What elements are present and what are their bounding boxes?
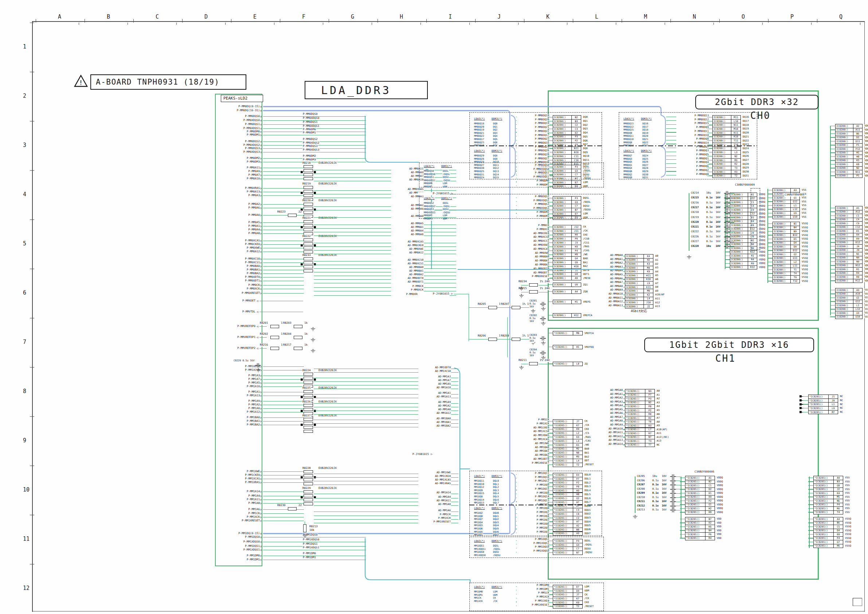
pin-signal: VDDQ bbox=[864, 210, 868, 213]
resistor-ref: R8230 bbox=[277, 504, 286, 507]
pin-signal: VDD bbox=[864, 132, 868, 135]
wire bbox=[830, 152, 835, 153]
port-icon: ▷ bbox=[260, 423, 262, 427]
pin-signal: A9 bbox=[656, 424, 660, 427]
wire bbox=[725, 267, 730, 267]
pin-signal: VSS bbox=[801, 188, 807, 191]
port-label: P-MM1A14 bbox=[227, 490, 260, 493]
resistor-value: 1k bbox=[304, 333, 308, 336]
net-label: P-MM1XCK bbox=[517, 422, 550, 425]
rnet-body bbox=[304, 266, 313, 268]
net-label: AD-MM0XCS1 bbox=[517, 239, 550, 242]
port-label: P-MM0DQ(16-31) bbox=[227, 109, 260, 112]
pin-signal: /CAS bbox=[584, 439, 591, 442]
net-label: AD-MM0XCS0 bbox=[391, 258, 424, 261]
net-label: AD-MM1XCS0 bbox=[418, 370, 451, 373]
port-icon: ▷ bbox=[260, 374, 262, 378]
resistor-value: 1k bbox=[304, 344, 308, 347]
pin-signal: VDDQ bbox=[864, 260, 868, 263]
wire bbox=[767, 197, 772, 198]
capacitor-value: 0.1u bbox=[706, 201, 713, 204]
port-label: P-MMXDET bbox=[227, 299, 256, 303]
port-label: P-MM0CK bbox=[227, 284, 260, 287]
port-icon: ▷ bbox=[260, 385, 262, 388]
pin-signal: ODT1 bbox=[583, 273, 590, 276]
rnet-body bbox=[304, 242, 313, 246]
pin-signal: VDD bbox=[864, 155, 868, 158]
wire bbox=[548, 347, 553, 347]
port-label: P-MM0DM2 bbox=[227, 157, 260, 160]
pin-signal: VDDQ bbox=[864, 272, 868, 275]
port-icon: ◁ bbox=[256, 325, 259, 328]
rnet-ref: R8228 bbox=[302, 467, 311, 470]
wire bbox=[676, 480, 680, 481]
rnet-body bbox=[304, 490, 313, 493]
pin-signal: VDDQ bbox=[864, 267, 868, 270]
ground-icon bbox=[541, 356, 546, 360]
net-label: P-JY081015 bbox=[397, 453, 429, 456]
wire bbox=[830, 242, 835, 242]
wire bbox=[259, 337, 267, 337]
capacitor-icon bbox=[724, 216, 730, 220]
wire bbox=[830, 309, 835, 309]
wire bbox=[263, 379, 304, 379]
capacitor-icon bbox=[540, 336, 546, 340]
wire bbox=[263, 425, 304, 425]
wire bbox=[830, 172, 835, 172]
port-label: P-MM0DQ(0-15) bbox=[227, 105, 260, 108]
port-icon: ▷ bbox=[260, 279, 262, 283]
rnet-body bbox=[304, 377, 313, 379]
pin-signal: A0 bbox=[656, 389, 660, 392]
resistor-ref: R8205 bbox=[477, 303, 487, 306]
resistor-value: 1k bbox=[304, 322, 308, 325]
pin-signal: VDDQ bbox=[716, 496, 723, 498]
port-label: P-MM0A11 bbox=[227, 166, 260, 169]
resistor-ref: R8213 bbox=[309, 525, 318, 529]
wire bbox=[259, 301, 303, 301]
capacitor-icon bbox=[724, 235, 730, 239]
net-label: AD-MM1A2 bbox=[418, 404, 451, 407]
port-icon: ▷ bbox=[451, 292, 453, 295]
port-label: P-MM0ODT1 bbox=[227, 279, 260, 283]
wire bbox=[802, 404, 803, 404]
pin-signal: VSSQ bbox=[845, 537, 852, 539]
pin-signal: VDDQ bbox=[716, 480, 723, 483]
port-icon: ▷ bbox=[260, 474, 262, 477]
wire bbox=[830, 265, 835, 266]
wire bbox=[314, 228, 456, 229]
wire bbox=[263, 560, 366, 560]
pin-signal: VSSQ bbox=[845, 525, 852, 528]
rnet-body bbox=[304, 169, 313, 172]
pin-signal: VDDQ bbox=[716, 499, 723, 502]
port-label: P-MM1A3 bbox=[227, 374, 260, 378]
net-label: AD-MM1A1 bbox=[418, 392, 451, 395]
net-label: P-MM1XRESET bbox=[517, 462, 550, 465]
pin-signal: /CS0 bbox=[583, 237, 590, 240]
rnet-part: EXB28V220JX bbox=[318, 254, 337, 257]
capacitor-voltage: 16V bbox=[715, 201, 721, 204]
net-label: AD-MM0A2 bbox=[591, 261, 623, 264]
port-label: P-MM1BA2 bbox=[227, 423, 260, 427]
wire bbox=[548, 333, 553, 333]
wire bbox=[767, 235, 772, 235]
pin-signal: VDD bbox=[716, 529, 722, 532]
net-label: P-MM0DQS3 bbox=[302, 145, 318, 148]
pin-signal: VSS bbox=[801, 208, 807, 211]
port-icon: ▷ bbox=[260, 170, 262, 173]
port-label: P-MM0A9 bbox=[227, 170, 260, 173]
wire bbox=[830, 211, 835, 212]
capacitor-ref: C8222 bbox=[691, 230, 699, 233]
port-label: P-MM0XCAS bbox=[227, 239, 260, 242]
pin-cell: P5 bbox=[853, 174, 863, 178]
net-label: P-MM0XDQS3 bbox=[302, 148, 319, 152]
port-label: P-MM0A6 bbox=[227, 206, 260, 210]
rnet-pin bbox=[301, 476, 303, 478]
pin-signal: A13 bbox=[656, 439, 662, 442]
port-label: P-MM1XDQS0 bbox=[227, 540, 260, 544]
pin-signal: VDD bbox=[864, 151, 868, 154]
port-label: P-MM0BA1 bbox=[227, 268, 260, 272]
capacitor-icon bbox=[724, 206, 730, 210]
wire bbox=[454, 294, 469, 294]
wire bbox=[767, 231, 772, 232]
capacitor-ref: C8220 bbox=[691, 221, 699, 224]
